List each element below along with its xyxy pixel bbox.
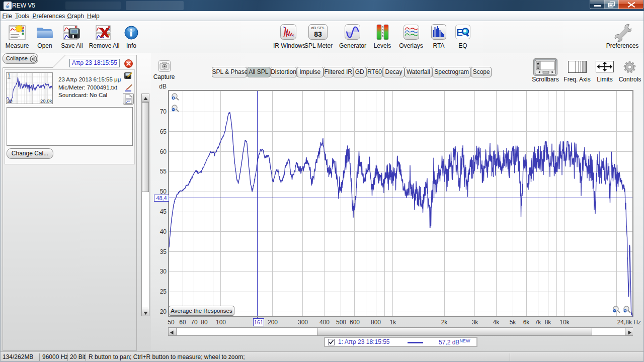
svg-text:9: 9 <box>382 35 383 38</box>
svg-text:20,0k: 20,0k <box>40 98 52 104</box>
svg-text:1: 1 <box>8 73 11 78</box>
svg-text:20: 20 <box>7 98 13 104</box>
svg-text:E: E <box>456 27 463 38</box>
